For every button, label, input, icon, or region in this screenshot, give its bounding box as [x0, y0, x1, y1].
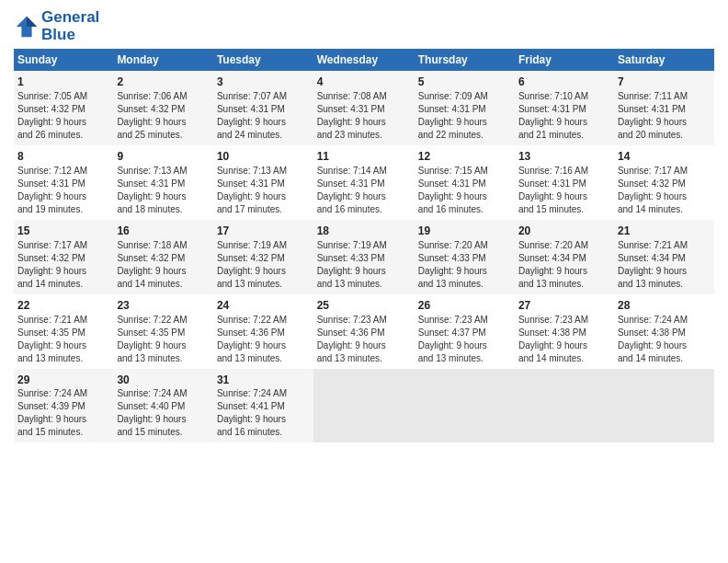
daylight-text-1: Daylight: 9 hours [418, 116, 511, 129]
day-number: 5 [418, 75, 511, 90]
calendar-cell: 7Sunrise: 7:11 AMSunset: 4:31 PMDaylight… [614, 71, 714, 145]
daylight-text-2: and 14 minutes. [518, 352, 610, 365]
day-number: 17 [217, 224, 310, 239]
day-number: 10 [217, 149, 310, 165]
day-number: 16 [117, 224, 210, 239]
daylight-text-2: and 15 minutes. [117, 426, 210, 439]
daylight-text-2: and 15 minutes. [17, 426, 109, 439]
sunrise-text: Sunrise: 7:12 AM [17, 165, 109, 178]
daylight-text-2: and 25 minutes. [117, 129, 210, 142]
calendar-cell [415, 369, 515, 443]
calendar-week-row: 29Sunrise: 7:24 AMSunset: 4:39 PMDayligh… [14, 369, 714, 443]
day-of-week-header: Wednesday [313, 49, 415, 71]
daylight-text-1: Daylight: 9 hours [317, 265, 411, 278]
sunset-text: Sunset: 4:39 PM [17, 400, 109, 413]
day-of-week-header: Friday [515, 49, 614, 71]
sunset-text: Sunset: 4:31 PM [17, 178, 109, 190]
sunrise-text: Sunrise: 7:24 AM [17, 387, 109, 400]
sunset-text: Sunset: 4:31 PM [217, 103, 310, 116]
sunset-text: Sunset: 4:31 PM [418, 103, 511, 116]
daylight-text-1: Daylight: 9 hours [17, 116, 109, 129]
sunrise-text: Sunrise: 7:13 AM [117, 165, 210, 178]
calendar-cell: 14Sunrise: 7:17 AMSunset: 4:32 PMDayligh… [614, 145, 714, 220]
daylight-text-1: Daylight: 9 hours [317, 190, 411, 203]
day-number: 22 [17, 298, 109, 314]
day-number: 27 [518, 298, 610, 314]
daylight-text-2: and 14 minutes. [618, 352, 711, 365]
sunrise-text: Sunrise: 7:18 AM [117, 239, 210, 252]
day-number: 1 [17, 75, 109, 90]
calendar-table: SundayMondayTuesdayWednesdayThursdayFrid… [14, 49, 714, 442]
sunset-text: Sunset: 4:31 PM [518, 178, 610, 190]
calendar-cell: 3Sunrise: 7:07 AMSunset: 4:31 PMDaylight… [213, 71, 313, 145]
sunrise-text: Sunrise: 7:23 AM [317, 314, 411, 327]
daylight-text-1: Daylight: 9 hours [418, 339, 511, 352]
calendar-cell: 11Sunrise: 7:14 AMSunset: 4:31 PMDayligh… [313, 145, 415, 220]
day-number: 3 [217, 75, 310, 90]
daylight-text-1: Daylight: 9 hours [518, 116, 610, 129]
sunset-text: Sunset: 4:31 PM [317, 178, 411, 190]
day-of-week-header: Tuesday [213, 49, 313, 71]
svg-marker-1 [27, 16, 37, 26]
daylight-text-1: Daylight: 9 hours [217, 413, 310, 426]
calendar-header-row: SundayMondayTuesdayWednesdayThursdayFrid… [14, 49, 714, 71]
daylight-text-2: and 13 minutes. [618, 278, 711, 291]
calendar-cell: 20Sunrise: 7:20 AMSunset: 4:34 PMDayligh… [515, 220, 614, 294]
sunset-text: Sunset: 4:33 PM [317, 252, 411, 265]
logo: General Blue [14, 9, 99, 43]
daylight-text-1: Daylight: 9 hours [317, 339, 411, 352]
day-number: 15 [17, 224, 109, 239]
sunset-text: Sunset: 4:36 PM [317, 327, 411, 339]
day-number: 14 [618, 149, 711, 165]
sunset-text: Sunset: 4:38 PM [518, 327, 610, 339]
day-number: 8 [17, 149, 109, 165]
sunrise-text: Sunrise: 7:23 AM [518, 314, 610, 327]
daylight-text-1: Daylight: 9 hours [17, 190, 109, 203]
day-number: 23 [117, 298, 210, 314]
day-number: 21 [618, 224, 711, 239]
daylight-text-1: Daylight: 9 hours [117, 339, 210, 352]
header: General Blue [14, 9, 714, 43]
sunset-text: Sunset: 4:31 PM [518, 103, 610, 116]
daylight-text-1: Daylight: 9 hours [618, 339, 711, 352]
daylight-text-2: and 13 minutes. [117, 352, 210, 365]
sunrise-text: Sunrise: 7:05 AM [17, 90, 109, 103]
calendar-cell: 21Sunrise: 7:21 AMSunset: 4:34 PMDayligh… [614, 220, 714, 294]
sunset-text: Sunset: 4:36 PM [217, 327, 310, 339]
sunset-text: Sunset: 4:35 PM [17, 327, 109, 339]
sunset-text: Sunset: 4:31 PM [117, 178, 210, 190]
sunrise-text: Sunrise: 7:17 AM [618, 165, 711, 178]
sunrise-text: Sunrise: 7:24 AM [618, 314, 711, 327]
daylight-text-2: and 19 minutes. [17, 203, 109, 216]
daylight-text-1: Daylight: 9 hours [217, 190, 310, 203]
daylight-text-2: and 14 minutes. [117, 278, 210, 291]
day-of-week-header: Sunday [14, 49, 113, 71]
daylight-text-1: Daylight: 9 hours [117, 190, 210, 203]
sunset-text: Sunset: 4:33 PM [418, 252, 511, 265]
daylight-text-1: Daylight: 9 hours [217, 116, 310, 129]
sunrise-text: Sunrise: 7:17 AM [17, 239, 109, 252]
calendar-cell: 30Sunrise: 7:24 AMSunset: 4:40 PMDayligh… [113, 369, 213, 443]
calendar-cell: 25Sunrise: 7:23 AMSunset: 4:36 PMDayligh… [313, 294, 415, 369]
sunrise-text: Sunrise: 7:22 AM [117, 314, 210, 327]
day-of-week-header: Thursday [415, 49, 515, 71]
day-of-week-header: Monday [113, 49, 213, 71]
sunset-text: Sunset: 4:41 PM [217, 400, 310, 413]
daylight-text-2: and 13 minutes. [17, 352, 109, 365]
sunrise-text: Sunrise: 7:08 AM [317, 90, 411, 103]
sunset-text: Sunset: 4:40 PM [117, 400, 210, 413]
calendar-cell: 1Sunrise: 7:05 AMSunset: 4:32 PMDaylight… [14, 71, 113, 145]
calendar-week-row: 15Sunrise: 7:17 AMSunset: 4:32 PMDayligh… [14, 220, 714, 294]
daylight-text-2: and 13 minutes. [518, 278, 610, 291]
day-number: 24 [217, 298, 310, 314]
sunset-text: Sunset: 4:35 PM [117, 327, 210, 339]
sunset-text: Sunset: 4:34 PM [518, 252, 610, 265]
page-container: General Blue SundayMondayTuesdayWednesda… [0, 0, 728, 452]
calendar-cell: 18Sunrise: 7:19 AMSunset: 4:33 PMDayligh… [313, 220, 415, 294]
daylight-text-1: Daylight: 9 hours [117, 265, 210, 278]
sunset-text: Sunset: 4:31 PM [418, 178, 511, 190]
sunrise-text: Sunrise: 7:06 AM [117, 90, 210, 103]
daylight-text-1: Daylight: 9 hours [618, 190, 711, 203]
sunset-text: Sunset: 4:32 PM [117, 252, 210, 265]
calendar-cell [515, 369, 614, 443]
